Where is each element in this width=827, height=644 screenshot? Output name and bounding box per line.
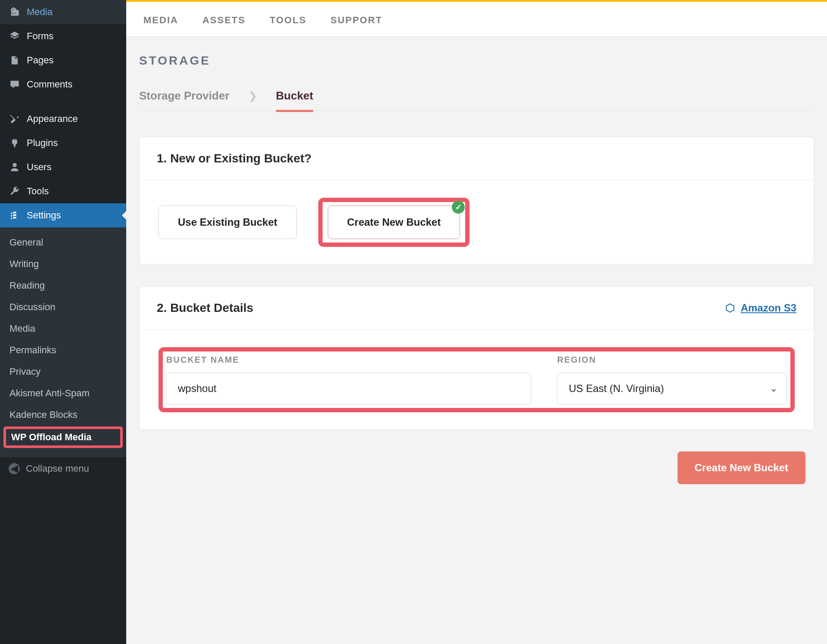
sidebar-item-plugins[interactable]: Plugins (0, 131, 126, 155)
admin-sidebar: Media Forms Pages Comments Appearance Pl… (0, 0, 126, 644)
amazon-s3-icon (724, 302, 736, 314)
use-existing-label: Use Existing Bucket (178, 216, 277, 228)
collapse-icon: ◀ (9, 463, 20, 474)
sidebar-item-settings[interactable]: Settings (0, 203, 126, 227)
top-tabs: MEDIA ASSETS TOOLS SUPPORT (126, 0, 827, 37)
chevron-right-icon: ❯ (249, 90, 257, 102)
highlight-create-new-bucket: ✓ Create New Bucket (318, 198, 469, 247)
bucket-name-input[interactable] (166, 373, 531, 404)
sidebar-item-label: Tools (27, 186, 49, 197)
main-content: MEDIA ASSETS TOOLS SUPPORT STORAGE Stora… (126, 0, 827, 644)
submenu-discussion[interactable]: Discussion (0, 296, 126, 318)
tab-support[interactable]: SUPPORT (330, 15, 382, 26)
collapse-label: Collapse menu (26, 463, 89, 474)
page-heading: STORAGE (139, 54, 814, 68)
sidebar-item-users[interactable]: Users (0, 155, 126, 179)
panel-bucket-choice: 1. New or Existing Bucket? Use Existing … (139, 137, 814, 264)
sidebar-item-pages[interactable]: Pages (0, 48, 126, 72)
use-existing-bucket-button[interactable]: Use Existing Bucket (159, 205, 297, 239)
sidebar-item-label: Media (27, 6, 53, 18)
sidebar-item-label: Users (27, 162, 51, 173)
submit-label: Create New Bucket (695, 462, 788, 473)
panel2-title: 2. Bucket Details (157, 301, 253, 315)
settings-icon (9, 209, 21, 221)
collapse-menu[interactable]: ◀ Collapse menu (0, 457, 126, 480)
checkmark-icon: ✓ (452, 201, 465, 214)
submenu-wp-offload-media[interactable]: WP Offload Media (3, 426, 123, 448)
sidebar-item-label: Forms (27, 31, 53, 42)
create-new-label: Create New Bucket (347, 216, 441, 228)
media-icon (9, 6, 21, 18)
region-label: REGION (557, 355, 787, 365)
sidebar-item-label: Appearance (27, 113, 78, 124)
amazon-s3-label: Amazon S3 (741, 302, 796, 314)
sidebar-item-forms[interactable]: Forms (0, 24, 126, 48)
tools-icon (9, 185, 21, 197)
submenu-permalinks[interactable]: Permalinks (0, 339, 126, 361)
bucket-name-label: BUCKET NAME (166, 355, 531, 365)
comments-icon (9, 78, 21, 90)
submenu-general[interactable]: General (0, 232, 126, 253)
sidebar-item-label: Pages (27, 55, 53, 66)
users-icon (9, 161, 21, 173)
submenu-privacy[interactable]: Privacy (0, 361, 126, 383)
submenu-writing[interactable]: Writing (0, 253, 126, 275)
submenu-reading[interactable]: Reading (0, 275, 126, 296)
panel-bucket-details: 2. Bucket Details Amazon S3 BUCKET NAME (139, 286, 814, 430)
forms-icon (9, 30, 21, 42)
plugins-icon (9, 137, 21, 149)
sidebar-item-label: Settings (27, 210, 61, 221)
sidebar-item-tools[interactable]: Tools (0, 179, 126, 203)
sidebar-item-label: Comments (27, 79, 72, 90)
sidebar-item-media[interactable]: Media (0, 0, 126, 24)
submenu-akismet[interactable]: Akismet Anti-Spam (0, 383, 126, 404)
breadcrumb-bucket[interactable]: Bucket (276, 89, 314, 103)
tab-media[interactable]: MEDIA (143, 15, 178, 26)
submenu-media[interactable]: Media (0, 318, 126, 339)
sidebar-item-label: Plugins (27, 137, 58, 149)
appearance-icon (9, 113, 21, 125)
tab-assets[interactable]: ASSETS (202, 15, 246, 26)
settings-submenu: General Writing Reading Discussion Media… (0, 227, 126, 457)
tab-tools[interactable]: TOOLS (270, 15, 306, 26)
create-bucket-submit-button[interactable]: Create New Bucket (678, 451, 805, 484)
create-new-bucket-button[interactable]: ✓ Create New Bucket (328, 205, 460, 239)
storage-breadcrumb: Storage Provider ❯ Bucket (139, 89, 814, 111)
panel1-title: 1. New or Existing Bucket? (157, 152, 311, 165)
submenu-kadence[interactable]: Kadence Blocks (0, 404, 126, 426)
pages-icon (9, 54, 21, 66)
sidebar-item-comments[interactable]: Comments (0, 72, 126, 96)
breadcrumb-storage-provider[interactable]: Storage Provider (139, 89, 230, 103)
amazon-s3-link[interactable]: Amazon S3 (724, 302, 796, 314)
highlight-bucket-form: BUCKET NAME REGION ⌄ (159, 347, 795, 412)
sidebar-item-appearance[interactable]: Appearance (0, 107, 126, 131)
region-select[interactable] (557, 373, 787, 404)
